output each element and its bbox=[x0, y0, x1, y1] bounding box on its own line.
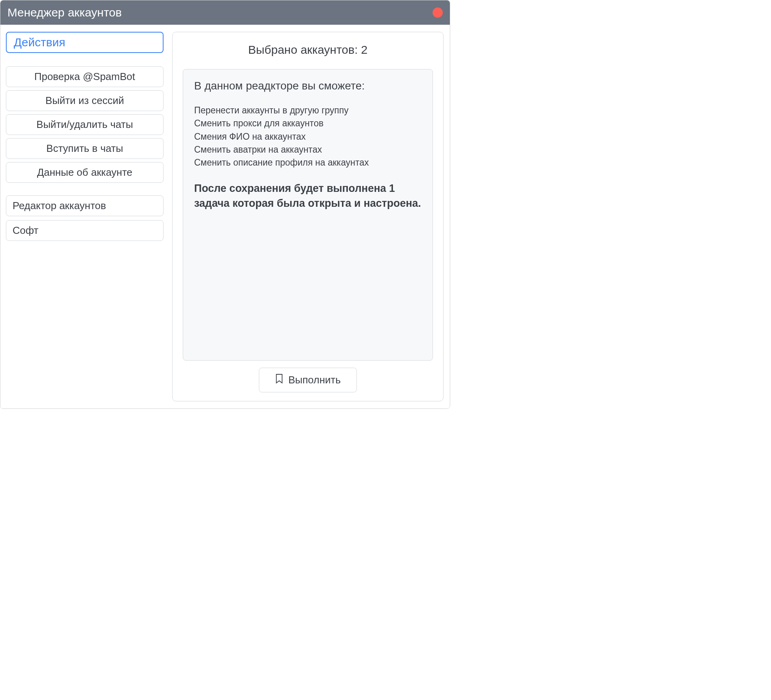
info-box: В данном реадкторе вы сможете: Перенести… bbox=[183, 69, 433, 361]
execute-button-label: Выполнить bbox=[288, 374, 341, 386]
info-item: Сменить аватрки на аккаунтах bbox=[194, 143, 422, 156]
info-note: После сохранения будет выполнена 1 задач… bbox=[194, 181, 422, 211]
action-check-spambot[interactable]: Проверка @SpamBot bbox=[6, 66, 164, 87]
window: Менеджер аккаунтов Действия Проверка @Sp… bbox=[0, 0, 450, 409]
info-lead: В данном реадкторе вы сможете: bbox=[194, 80, 422, 92]
execute-wrap: Выполнить bbox=[183, 368, 433, 392]
sidebar-item-soft[interactable]: Софт bbox=[6, 220, 164, 241]
main-panel: Выбрано аккаунтов: 2 В данном реадкторе … bbox=[172, 32, 444, 401]
sidebar-header-actions[interactable]: Действия bbox=[6, 32, 164, 53]
info-item: Сменить описание профиля на аккаунтах bbox=[194, 156, 422, 169]
window-title: Менеджер аккаунтов bbox=[7, 6, 122, 19]
bookmark-icon bbox=[275, 374, 284, 386]
action-leave-delete-chats[interactable]: Выйти/удалить чаты bbox=[6, 114, 164, 135]
info-item: Смения ФИО на аккаунтах bbox=[194, 130, 422, 143]
execute-button[interactable]: Выполнить bbox=[259, 368, 357, 392]
action-account-data[interactable]: Данные об аккаунте bbox=[6, 162, 164, 183]
info-item: Сменить прокси для аккаунтов bbox=[194, 117, 422, 130]
sidebar-item-account-editor[interactable]: Редактор аккаунтов bbox=[6, 195, 164, 216]
sidebar-actions-group: Проверка @SpamBot Выйти из сессий Выйти/… bbox=[6, 66, 164, 183]
titlebar: Менеджер аккаунтов bbox=[0, 0, 450, 25]
info-item: Перенести аккаунты в другую группу bbox=[194, 104, 422, 117]
selected-accounts-label: Выбрано аккаунтов: 2 bbox=[183, 43, 433, 57]
action-join-chats[interactable]: Вступить в чаты bbox=[6, 138, 164, 159]
action-logout-sessions[interactable]: Выйти из сессий bbox=[6, 90, 164, 111]
content: Действия Проверка @SpamBot Выйти из сесс… bbox=[0, 25, 450, 408]
close-icon[interactable] bbox=[433, 7, 443, 18]
sidebar: Действия Проверка @SpamBot Выйти из сесс… bbox=[6, 32, 164, 401]
